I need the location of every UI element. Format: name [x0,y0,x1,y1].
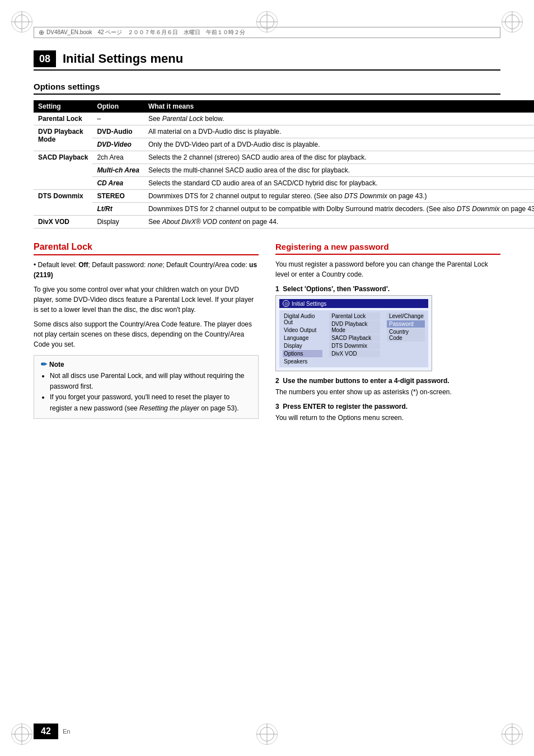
chapter-number: 08 [34,50,56,67]
menu-screenshot-body: Digital Audio Out Video Output Language … [279,310,428,367]
step-2-text: The numbers you enter show up as asteris… [275,387,500,397]
corner-mark-tr [500,10,524,34]
cell-option: STEREO [92,190,144,203]
menu-subitem: DTS Downmix [329,342,380,349]
menu-subitem: SACD Playback [329,334,380,342]
note-box: ✏ Note Not all discs use Parental Lock, … [34,355,259,419]
menu-item: Speakers [283,358,322,365]
note-label: Note [49,361,64,368]
menu-item: Language [283,334,322,342]
step-3: 3 Press ENTER to register the password. … [275,403,500,423]
menu-item: Digital Audio Out [283,312,322,326]
page-number: 42 [34,724,58,739]
cell-meaning: Only the DVD-Video part of a DVD-Audio d… [144,138,534,151]
step-3-text: You will return to the Options menu scre… [275,413,500,423]
options-table: Setting Option What it means Parental Lo… [34,100,534,228]
register-password-intro: You must register a password before you … [275,259,500,279]
parental-lock-intro: • Default level: Off; Default password: … [34,260,259,280]
note-title: ✏ Note [41,360,251,368]
chapter-header: 08 Initial Settings menu [34,50,500,71]
step-3-header: 3 Press ENTER to register the password. [275,403,500,410]
top-bar-arrow: ⊕ [39,29,44,36]
menu-subitem: Country Code [387,328,425,342]
cell-meaning: Selects the 2 channel (strereo) SACD aud… [144,151,534,164]
menu-subitem: DVD Playback Mode [329,320,380,334]
page-lang: En [63,728,70,735]
two-column-layout: Parental Lock • Default level: Off; Defa… [34,242,500,428]
parental-lock-title: Parental Lock [34,242,259,255]
menu-item: Display [283,342,322,349]
menu-subitem: Level/Change [387,312,425,320]
cell-meaning: Selects the standard CD audio area of an… [144,177,534,190]
cell-option: Multi-ch Area [92,164,144,177]
cell-option: DVD-Video [92,138,144,151]
table-row: Lt/Rt Downmixes DTS for 2 channel output… [34,203,534,216]
table-row: DVD-Video Only the DVD-Video part of a D… [34,138,534,151]
table-row: CD Area Selects the standard CD audio ar… [34,177,534,190]
col-meaning: What it means [144,100,534,113]
cell-meaning: Downmixes DTS for 2 channel output to be… [144,203,534,216]
corner-mark-tl [10,10,34,34]
register-password-title: Registering a new password [275,242,500,255]
table-row: DivX VOD Display See About DivX® VOD con… [34,216,534,228]
menu-logo-icon: ⊙ [283,300,289,307]
table-row: DTS Downmix STEREO Downmixes DTS for 2 c… [34,190,534,203]
table-row: SACD Playback 2ch Area Selects the 2 cha… [34,151,534,164]
menu-item-options: Options [283,350,322,357]
corner-mark-br [500,722,524,746]
list-item: If you forget your password, you'll need… [50,392,251,413]
col-option: Option [92,100,144,113]
cell-option: DVD-Audio [92,125,144,138]
cell-option: 2ch Area [92,151,144,164]
parental-lock-section: Parental Lock • Default level: Off; Defa… [34,242,259,428]
menu-subitem-password: Password [387,320,425,328]
step-2: 2 Use the number buttons to enter a 4-di… [275,377,500,397]
col-setting: Setting [34,100,92,113]
register-password-section: Registering a new password You must regi… [275,242,500,428]
table-row: Multi-ch Area Selects the multi-channel … [34,164,534,177]
step-2-header: 2 Use the number buttons to enter a 4-di… [275,377,500,385]
table-row: Parental Lock – See Parental Lock below. [34,113,534,125]
options-settings-title: Options settings [34,82,500,95]
cell-option: Lt/Rt [92,203,144,216]
top-bar-text: DV48AV_EN.book 42 ページ ２００７年６月６日 水曜日 午前１０… [46,29,245,36]
top-file-bar: ⊕ DV48AV_EN.book 42 ページ ２００７年６月６日 水曜日 午前… [34,27,500,38]
menu-right-items: Level/Change Password Country Code [387,312,425,342]
menu-screenshot: ⊙ Initial Settings Digital Audio Out Vid… [275,295,432,371]
cell-setting: Parental Lock [34,113,92,125]
cell-setting: SACD Playback [34,151,92,190]
corner-mark-bm [255,722,279,746]
cell-meaning: See About DivX® VOD content on page 44. [144,216,534,228]
cell-meaning: Selects the multi-channel SACD audio are… [144,164,534,177]
cell-option: CD Area [92,177,144,190]
parental-lock-para2: Some discs also support the Country/Area… [34,319,259,349]
menu-middle-items: Parental Lock DVD Playback Mode SACD Pla… [329,312,380,357]
menu-title-text: Initial Settings [292,301,326,307]
step-1: 1 Select 'Options', then 'Password'. ⊙ I… [275,285,500,371]
cell-option: Display [92,216,144,228]
menu-screenshot-title: ⊙ Initial Settings [279,299,428,308]
cell-option: – [92,113,144,125]
menu-right-col: Level/Change Password Country Code [383,310,428,367]
cell-setting: DivX VOD [34,216,92,228]
corner-mark-bl [10,722,34,746]
note-icon: ✏ [41,360,47,368]
cell-setting: DTS Downmix [34,190,92,216]
cell-meaning: All material on a DVD-Audio disc is play… [144,125,534,138]
page-content: 08 Initial Settings menu Options setting… [34,50,500,711]
cell-meaning: See Parental Lock below. [144,113,534,125]
note-list: Not all discs use Parental Lock, and wil… [41,371,251,414]
cell-meaning: Downmixes DTS for 2 channel output to re… [144,190,534,203]
step-1-header: 1 Select 'Options', then 'Password'. [275,285,500,293]
cell-setting: DVD PlaybackMode [34,125,92,151]
page-footer: 42 En [34,724,70,739]
menu-left-col: Digital Audio Out Video Output Language … [279,310,326,367]
menu-left-items: Digital Audio Out Video Output Language … [283,312,322,365]
chapter-title: Initial Settings menu [63,52,183,66]
menu-item: Video Output [283,326,322,334]
list-item: Not all discs use Parental Lock, and wil… [50,371,251,392]
table-row: DVD PlaybackMode DVD-Audio All material … [34,125,534,138]
parental-lock-para1: To give you some control over what your … [34,284,259,315]
menu-subitem: Parental Lock [329,312,380,320]
menu-middle-col: Parental Lock DVD Playback Mode SACD Pla… [326,310,383,367]
